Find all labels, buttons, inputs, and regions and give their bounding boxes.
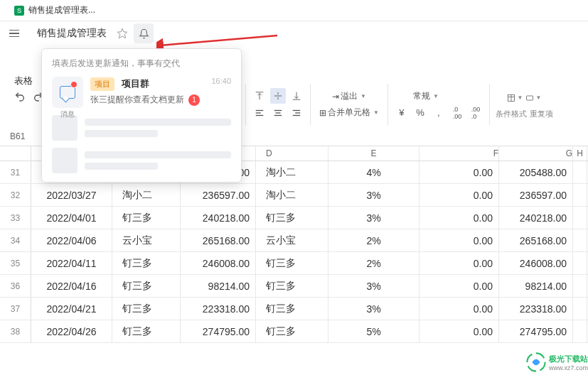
increase-decimal-button[interactable]: .00.0 (468, 105, 483, 121)
cell[interactable]: 246008.00 (181, 252, 256, 274)
cell[interactable]: 2% (328, 252, 419, 274)
undo-button[interactable] (14, 91, 27, 104)
decrease-decimal-button[interactable]: .0.00 (449, 105, 465, 121)
cell[interactable]: 3% (328, 298, 419, 320)
cell[interactable]: 0.00 (419, 320, 499, 342)
comma-button[interactable]: , (431, 105, 447, 121)
cell[interactable]: 236597.00 (181, 184, 256, 206)
cell[interactable]: 240218.00 (181, 207, 256, 229)
cell[interactable]: 246008.00 (499, 252, 573, 274)
column-header[interactable]: D (256, 146, 328, 161)
row-header[interactable]: 35 (0, 252, 31, 274)
cell[interactable]: 98214.00 (181, 275, 256, 297)
cell[interactable] (573, 298, 587, 320)
cell[interactable]: 钉三多 (256, 207, 328, 229)
cell[interactable]: 236597.00 (499, 184, 573, 206)
cell[interactable]: 0.00 (419, 161, 499, 183)
cell[interactable]: 223318.00 (181, 298, 256, 320)
cell[interactable]: 2022/04/16 (31, 275, 112, 297)
cell[interactable]: 钉三多 (112, 298, 181, 320)
align-right-button[interactable] (289, 105, 304, 121)
cell[interactable] (573, 320, 587, 342)
cell[interactable]: 223318.00 (499, 298, 573, 320)
cell[interactable] (573, 275, 587, 297)
row-header[interactable]: 31 (0, 161, 31, 183)
cell[interactable]: 淘小二 (112, 184, 181, 206)
cell[interactable]: 98214.00 (499, 275, 573, 297)
cell[interactable]: 2022/04/06 (31, 229, 112, 251)
overflow-button[interactable]: ⇥ 溢出▼ (329, 89, 369, 104)
row-header[interactable]: 34 (0, 229, 31, 251)
row-header[interactable]: 32 (0, 184, 31, 206)
notification-button[interactable] (134, 23, 154, 43)
cell[interactable]: 钉三多 (256, 320, 328, 342)
cell-reference[interactable]: B61 (10, 131, 25, 141)
dup-label[interactable]: 重复项 (530, 109, 553, 119)
align-center-button[interactable] (270, 105, 286, 121)
cell[interactable] (573, 161, 587, 183)
cell[interactable]: 钉三多 (112, 320, 181, 342)
cell[interactable]: 0.00 (419, 184, 499, 206)
cell[interactable]: 淘小二 (256, 184, 328, 206)
cell[interactable]: 钉三多 (112, 207, 181, 229)
menu-icon[interactable] (6, 30, 23, 38)
cell[interactable]: 2022/04/11 (31, 252, 112, 274)
row-header[interactable]: 36 (0, 275, 31, 297)
cell[interactable] (573, 207, 587, 229)
cell[interactable]: 4% (328, 161, 419, 183)
align-top-button[interactable] (252, 88, 267, 104)
align-middle-button[interactable] (270, 88, 286, 104)
cell[interactable]: 2% (328, 229, 419, 251)
row-header[interactable]: 33 (0, 207, 31, 229)
star-button[interactable] (114, 25, 131, 42)
cell-style-button[interactable]: ▼ (525, 90, 541, 106)
column-header[interactable]: F (419, 146, 499, 161)
cond-format-label[interactable]: 条件格式 (496, 109, 527, 119)
align-left-button[interactable] (252, 105, 267, 121)
currency-button[interactable]: ¥ (394, 105, 410, 121)
merge-cells-button[interactable]: ⊞ 合并单元格▼ (316, 105, 382, 120)
popup-messages-icon[interactable]: 消息 (52, 77, 83, 108)
cell[interactable]: 3% (328, 275, 419, 297)
notification-item[interactable]: 项目 项目群 16:40 张三提醒你查看文档更新 1 (90, 77, 231, 108)
percent-button[interactable]: % (412, 105, 428, 121)
cell[interactable]: 钉三多 (256, 298, 328, 320)
cell[interactable] (573, 184, 587, 206)
cell[interactable]: 钉三多 (256, 252, 328, 274)
cell[interactable]: 云小宝 (112, 229, 181, 251)
column-header[interactable]: H (573, 146, 587, 161)
cell[interactable]: 0.00 (419, 275, 499, 297)
column-header[interactable]: E (328, 146, 419, 161)
cell[interactable] (573, 229, 587, 251)
cell[interactable]: 5% (328, 320, 419, 342)
cell[interactable]: 0.00 (419, 252, 499, 274)
cell[interactable]: 2022/04/01 (31, 207, 112, 229)
cell[interactable]: 3% (328, 184, 419, 206)
cell[interactable]: 0.00 (419, 298, 499, 320)
cell[interactable]: 274795.00 (499, 320, 573, 342)
row-header[interactable]: 37 (0, 298, 31, 320)
cell[interactable]: 钉三多 (256, 275, 328, 297)
cell[interactable]: 0.00 (419, 207, 499, 229)
cell[interactable]: 2022/03/27 (31, 184, 112, 206)
cell[interactable]: 钉三多 (112, 252, 181, 274)
cell[interactable]: 205488.00 (499, 161, 573, 183)
cell[interactable] (573, 252, 587, 274)
row-header[interactable]: 38 (0, 320, 31, 342)
cell[interactable]: 2022/04/21 (31, 298, 112, 320)
cell[interactable]: 265168.00 (499, 229, 573, 251)
cell[interactable]: 274795.00 (181, 320, 256, 342)
cell[interactable]: 淘小二 (256, 161, 328, 183)
cell[interactable]: 2022/04/26 (31, 320, 112, 342)
cell[interactable]: 240218.00 (499, 207, 573, 229)
table-style-button[interactable]: ▼ (507, 90, 523, 106)
cell[interactable]: 0.00 (419, 229, 499, 251)
align-bottom-button[interactable] (289, 88, 304, 104)
cell[interactable]: 云小宝 (256, 229, 328, 251)
cell[interactable]: 钉三多 (112, 275, 181, 297)
document-tab[interactable]: S 销售提成管理表... (6, 1, 104, 19)
cell[interactable]: 3% (328, 207, 419, 229)
number-format-select[interactable]: 常规▼ (410, 89, 467, 104)
column-header[interactable]: G (499, 146, 573, 161)
cell[interactable]: 265168.00 (181, 229, 256, 251)
